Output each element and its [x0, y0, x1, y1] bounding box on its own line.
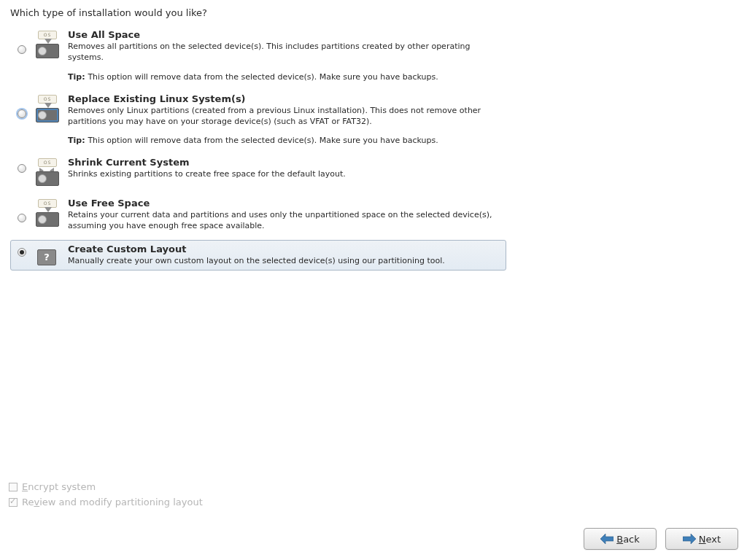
option-description: Removes all partitions on the selected d… — [68, 42, 501, 63]
checkbox-icon — [9, 483, 18, 491]
radio-icon — [18, 214, 26, 222]
review-label: Review and modify partitioning layout — [22, 497, 203, 508]
install-type-options: OSUse All SpaceRemoves all partitions on… — [10, 26, 506, 271]
page-heading: Which type of installation would you lik… — [10, 7, 738, 18]
option-custom[interactable]: ?Create Custom LayoutManually create you… — [10, 240, 506, 271]
arrow-right-icon — [683, 534, 696, 544]
radio-icon — [18, 109, 26, 118]
option-use-all-space[interactable]: OSUse All SpaceRemoves all partitions on… — [10, 26, 506, 85]
disk-down-icon: OS — [28, 198, 65, 227]
disk-down-icon: OS — [28, 29, 65, 58]
option-title: Shrink Current System — [68, 157, 501, 168]
encrypt-label: Encrypt system — [22, 481, 96, 492]
next-label: Next — [699, 534, 721, 545]
disk-shrink-icon: OS — [28, 157, 65, 186]
option-description: Manually create your own custom layout o… — [68, 256, 501, 267]
option-title: Replace Existing Linux System(s) — [68, 93, 501, 104]
option-title: Use Free Space — [68, 198, 501, 209]
option-tip: Tip: This option will remove data from t… — [68, 72, 501, 82]
option-title: Create Custom Layout — [68, 244, 501, 254]
option-replace-linux[interactable]: OSReplace Existing Linux System(s)Remove… — [10, 90, 506, 149]
option-tip: Tip: This option will remove data from t… — [68, 136, 501, 145]
option-use-free[interactable]: OSUse Free SpaceRetains your current dat… — [10, 194, 506, 236]
option-description: Shrinks existing partitions to create fr… — [68, 169, 501, 180]
svg-marker-1 — [683, 534, 696, 544]
option-description: Retains your current data and partitions… — [68, 210, 501, 232]
next-button[interactable]: Next — [665, 528, 738, 550]
back-button[interactable]: Back — [584, 528, 657, 550]
radio-icon — [18, 45, 26, 54]
review-layout-check[interactable]: Review and modify partitioning layout — [9, 497, 203, 508]
radio-icon — [18, 164, 26, 173]
radio-icon — [18, 248, 26, 257]
option-title: Use All Space — [68, 29, 501, 40]
bottom-options: Encrypt system Review and modify partiti… — [9, 481, 203, 512]
encrypt-system-check[interactable]: Encrypt system — [9, 481, 203, 492]
option-description: Removes only Linux partitions (created f… — [68, 106, 501, 128]
back-label: Back — [616, 534, 640, 545]
option-shrink[interactable]: OSShrink Current SystemShrinks existing … — [10, 153, 506, 190]
checkbox-icon — [9, 498, 18, 507]
arrow-left-icon — [600, 534, 614, 544]
disk-replace-icon: OS — [28, 93, 65, 122]
question-icon: ? — [28, 244, 65, 265]
svg-marker-0 — [600, 534, 614, 544]
wizard-button-bar: Back Next — [584, 528, 738, 550]
